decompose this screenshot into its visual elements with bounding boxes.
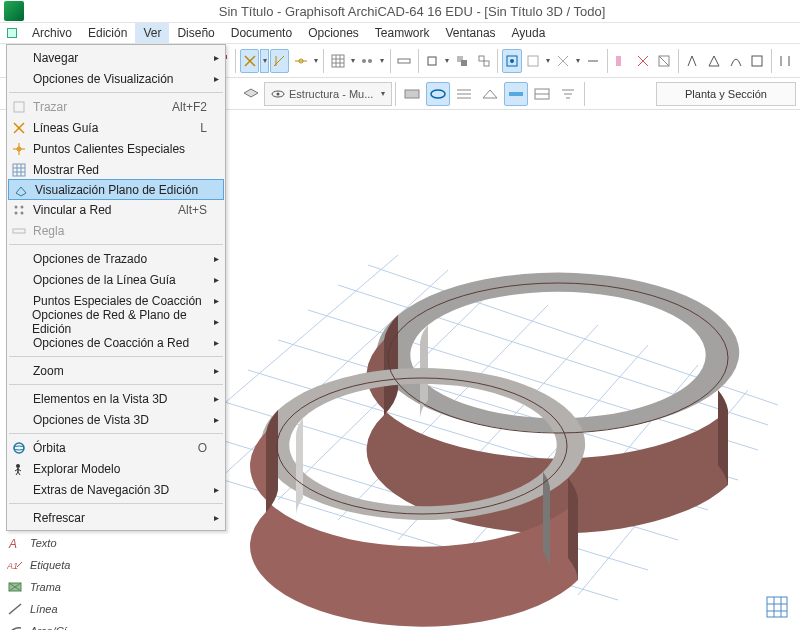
svg-point-89: [21, 205, 24, 208]
constrain-dropdown[interactable]: ▾: [378, 49, 386, 73]
svg-point-16: [368, 59, 372, 63]
menu-ayuda[interactable]: Ayuda: [504, 23, 554, 43]
tool-l-nea[interactable]: Línea: [0, 598, 90, 620]
menu-diseño[interactable]: Diseño: [169, 23, 222, 43]
snap-tool-2[interactable]: [270, 49, 289, 73]
layer-icon[interactable]: [239, 82, 263, 106]
guidelines-icon: [9, 118, 29, 138]
show-sel-icon[interactable]: [502, 49, 521, 73]
menu-separator: [9, 356, 223, 357]
menu-item-label: Órbita: [33, 441, 66, 455]
menu-archivo[interactable]: Archivo: [24, 23, 80, 43]
dtype-5[interactable]: [504, 82, 528, 106]
menu-item-puntos-calientes-especiales[interactable]: Puntos Calientes Especiales: [7, 138, 225, 159]
menu-item-mostrar-red[interactable]: Mostrar Red: [7, 159, 225, 180]
ungroup-icon[interactable]: [474, 49, 493, 73]
trace-b-icon[interactable]: [554, 49, 573, 73]
menu-ver[interactable]: Ver: [135, 23, 169, 43]
svg-rect-22: [484, 61, 489, 66]
submenu-arrow-icon: ▸: [214, 337, 219, 348]
menubar: ArchivoEdiciónVerDiseñoDocumentoOpciones…: [0, 22, 800, 44]
svg-point-40: [277, 92, 280, 95]
dtype-6[interactable]: [530, 82, 554, 106]
measure-1[interactable]: [612, 49, 631, 73]
submenu-arrow-icon: ▸: [214, 316, 219, 327]
measure-2[interactable]: [633, 49, 652, 73]
trace-a-icon[interactable]: [524, 49, 543, 73]
tool-label: Texto: [30, 537, 57, 549]
menu-item-label: Trazar: [33, 100, 67, 114]
tool-label: Línea: [30, 603, 58, 615]
menu-item-label: Puntos Calientes Especiales: [33, 142, 185, 156]
tool-etiqueta[interactable]: A1Etiqueta: [0, 554, 90, 576]
viewport-grid-icon[interactable]: [766, 596, 788, 618]
menu-teamwork[interactable]: Teamwork: [367, 23, 438, 43]
menu-item-visualizaci-n-plano-de-edici-n[interactable]: Visualización Plano de Edición: [8, 179, 224, 200]
menu-item-zoom[interactable]: Zoom▸: [7, 360, 225, 381]
text-icon: A: [6, 535, 24, 551]
submenu-arrow-icon: ▸: [214, 274, 219, 285]
snap-tool-1-dropdown[interactable]: ▾: [260, 49, 268, 73]
dtype-7[interactable]: [556, 82, 580, 106]
svg-rect-76: [14, 102, 24, 112]
menu-separator: [9, 503, 223, 504]
suspend-dropdown[interactable]: ▾: [443, 49, 451, 73]
suspend-icon[interactable]: [423, 49, 442, 73]
dtype-1[interactable]: [400, 82, 424, 106]
menu-item-opciones-de-visualizaci-n[interactable]: Opciones de Visualización▸: [7, 68, 225, 89]
menu-item-navegar[interactable]: Navegar▸: [7, 47, 225, 68]
menu-item-vincular-a-red[interactable]: Vincular a RedAlt+S: [7, 199, 225, 220]
estructura-dropdown[interactable]: Estructura - Mu... ▾: [264, 82, 392, 106]
fill-icon: [6, 579, 24, 595]
edit-4[interactable]: [747, 49, 766, 73]
svg-rect-20: [461, 60, 467, 66]
edit-1[interactable]: [683, 49, 702, 73]
trace-c-icon[interactable]: [583, 49, 602, 73]
snap-tool-1[interactable]: [240, 49, 259, 73]
trace-b-dropdown[interactable]: ▾: [574, 49, 582, 73]
ruler-icon[interactable]: [394, 49, 413, 73]
constrain-icon[interactable]: [358, 49, 377, 73]
measure-3[interactable]: [655, 49, 674, 73]
trace-a-dropdown[interactable]: ▾: [544, 49, 552, 73]
menu-item-l-neas-gu-a[interactable]: Líneas GuíaL: [7, 117, 225, 138]
menu-ventanas[interactable]: Ventanas: [438, 23, 504, 43]
menu-item-rbita[interactable]: ÓrbitaO: [7, 437, 225, 458]
dtype-2[interactable]: [426, 82, 450, 106]
planta-y-seccion-button[interactable]: Planta y Sección: [656, 82, 796, 106]
tool-arco-c[interactable]: Arco/Cí...: [0, 620, 90, 630]
group-icon[interactable]: [452, 49, 471, 73]
menu-item-trazar: TrazarAlt+F2: [7, 96, 225, 117]
menu-separator: [9, 244, 223, 245]
menu-item-opciones-de-vista-3d[interactable]: Opciones de Vista 3D▸: [7, 409, 225, 430]
grid-dropdown[interactable]: ▾: [348, 49, 356, 73]
snap-tool-3[interactable]: [291, 49, 310, 73]
edit-5[interactable]: [776, 49, 795, 73]
dtype-4[interactable]: [478, 82, 502, 106]
dtype-3[interactable]: [452, 82, 476, 106]
tool-texto[interactable]: ATexto: [0, 532, 90, 554]
menu-documento[interactable]: Documento: [223, 23, 300, 43]
menu-item-opciones-de-coacci-n-a-red[interactable]: Opciones de Coacción a Red▸: [7, 332, 225, 353]
tool-trama[interactable]: Trama: [0, 576, 90, 598]
menu-item-extras-de-navegaci-n-3d[interactable]: Extras de Navegación 3D▸: [7, 479, 225, 500]
menu-item-explorar-modelo[interactable]: Explorar Modelo: [7, 458, 225, 479]
submenu-arrow-icon: ▸: [214, 52, 219, 63]
svg-point-95: [16, 464, 20, 468]
menu-item-opciones-de-trazado[interactable]: Opciones de Trazado▸: [7, 248, 225, 269]
menu-item-opciones-de-red-plano-de-edici-n[interactable]: Opciones de Red & Plano de Edición▸: [7, 311, 225, 332]
menu-item-label: Puntos Especiales de Coacción: [33, 294, 202, 308]
titlebar: Sin Título - Graphisoft ArchiCAD-64 16 E…: [0, 0, 800, 22]
grid-toggle-icon[interactable]: [328, 49, 347, 73]
menu-edición[interactable]: Edición: [80, 23, 135, 43]
menu-item-opciones-de-la-l-nea-gu-a[interactable]: Opciones de la Línea Guía▸: [7, 269, 225, 290]
edit-3[interactable]: [726, 49, 745, 73]
system-menu-icon[interactable]: [2, 23, 22, 43]
edit-2[interactable]: [704, 49, 723, 73]
menu-item-refrescar[interactable]: Refrescar▸: [7, 507, 225, 528]
snap-tool-3-dropdown[interactable]: ▾: [312, 49, 320, 73]
menu-item-elementos-en-la-vista-3d[interactable]: Elementos en la Vista 3D▸: [7, 388, 225, 409]
submenu-arrow-icon: ▸: [214, 393, 219, 404]
svg-marker-38: [244, 89, 258, 97]
menu-opciones[interactable]: Opciones: [300, 23, 367, 43]
